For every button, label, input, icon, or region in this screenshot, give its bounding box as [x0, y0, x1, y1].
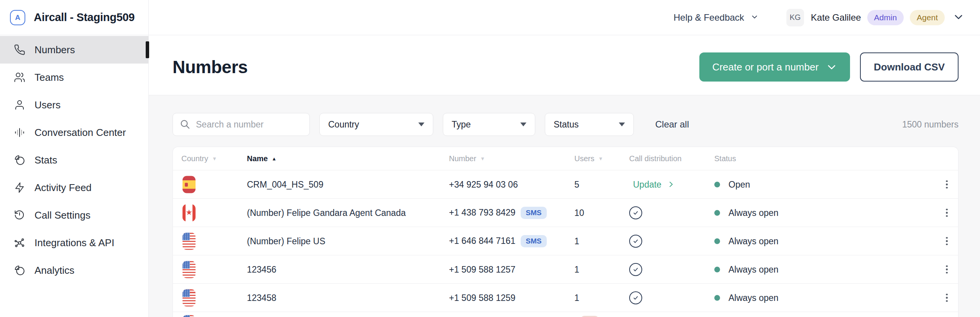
- sort-icon: ▼: [598, 156, 603, 161]
- table-row-partial[interactable]: [173, 312, 958, 317]
- country-cell: [183, 289, 196, 306]
- check-circle-icon: [629, 291, 642, 304]
- type-filter-dropdown[interactable]: Type: [443, 113, 535, 136]
- caret-down-icon: [619, 123, 625, 126]
- equalizer-icon: [14, 127, 25, 138]
- column-header-number[interactable]: Number▼: [449, 154, 485, 163]
- sidebar-item-users[interactable]: Users: [0, 91, 148, 119]
- column-header-status[interactable]: Status: [714, 154, 736, 163]
- sort-icon: ▼: [212, 156, 217, 161]
- users-count: 5: [574, 179, 579, 190]
- update-distribution-link[interactable]: Update: [633, 179, 661, 190]
- pie-chart-icon: [14, 154, 25, 166]
- table-row[interactable]: 123458+1 509 588 12591Always open: [173, 283, 958, 312]
- row-actions-kebab-icon[interactable]: [941, 177, 952, 192]
- sms-badge: SMS: [521, 235, 546, 247]
- table-row[interactable]: CRM_004_HS_509+34 925 94 03 065UpdateOpe…: [173, 170, 958, 198]
- search-input[interactable]: [173, 113, 310, 136]
- sort-asc-icon: ▲: [271, 156, 276, 161]
- sidebar-item-label: Conversation Center: [35, 127, 126, 139]
- status-label: Open: [728, 179, 750, 190]
- column-header-country[interactable]: Country▼: [181, 154, 217, 163]
- filter-bar: Country Type Status Clear all 1500 numbe…: [173, 113, 959, 136]
- sidebar-item-call-settings[interactable]: Call Settings: [0, 201, 148, 229]
- status-cell: Always open: [714, 292, 778, 303]
- sidebar-item-stats[interactable]: Stats: [0, 146, 148, 174]
- kebab-dot: [946, 209, 948, 211]
- account-menu[interactable]: KG Kate Galilee Admin Agent: [786, 9, 964, 26]
- column-header-label: Name: [247, 154, 268, 163]
- download-csv-button[interactable]: Download CSV: [860, 52, 959, 82]
- table-row[interactable]: 123456+1 509 588 12571Always open: [173, 255, 958, 283]
- row-actions-kebab-icon[interactable]: [941, 291, 952, 305]
- search-field: [173, 113, 310, 136]
- row-actions-kebab-icon[interactable]: [941, 262, 952, 277]
- row-actions-kebab-icon[interactable]: [941, 206, 952, 220]
- kebab-dot: [946, 300, 948, 302]
- chevron-right-icon: [661, 178, 675, 191]
- flag-us-icon: [183, 289, 196, 306]
- country-filter-dropdown[interactable]: Country: [319, 113, 433, 136]
- phone-number-cell: +1 646 844 7161SMS: [449, 235, 547, 247]
- kebab-dot: [946, 187, 948, 189]
- number-name: (Number) Felipe US: [247, 236, 326, 246]
- main-area: Help & Feedback KG Kate Galilee Admin Ag…: [149, 0, 980, 317]
- sidebar-nav: NumbersTeamsUsersConversation CenterStat…: [0, 35, 148, 284]
- kebab-dot: [946, 240, 948, 242]
- sidebar-item-activity-feed[interactable]: Activity Feed: [0, 174, 148, 201]
- column-header-users[interactable]: Users▼: [574, 154, 603, 163]
- sidebar-item-analytics[interactable]: Analytics: [0, 257, 148, 284]
- phone-number-cell: +1 438 793 8429SMS: [449, 207, 547, 219]
- sidebar-item-teams[interactable]: Teams: [0, 64, 148, 91]
- page-title: Numbers: [173, 57, 699, 77]
- kebab-dot: [946, 243, 948, 245]
- column-header-label: Number: [449, 154, 476, 163]
- table-row[interactable]: (Number) Felipe US+1 646 844 7161SMS1Alw…: [173, 227, 958, 255]
- sidebar-item-conversation-center[interactable]: Conversation Center: [0, 119, 148, 146]
- pie-chart-icon: [14, 265, 25, 276]
- page-header: Numbers Create or port a number Download…: [149, 35, 980, 95]
- status-filter-dropdown[interactable]: Status: [545, 113, 634, 136]
- sidebar-item-numbers[interactable]: Numbers: [0, 36, 148, 64]
- create-or-port-number-button[interactable]: Create or port a number: [699, 52, 850, 82]
- number-name: (Number) Felipe Gandara Agent Canada: [247, 208, 406, 218]
- topbar: Help & Feedback KG Kate Galilee Admin Ag…: [149, 0, 980, 35]
- number-name: CRM_004_HS_509: [247, 179, 323, 190]
- table-row[interactable]: (Number) Felipe Gandara Agent Canada+1 4…: [173, 198, 958, 227]
- sidebar-item-label: Activity Feed: [35, 182, 92, 194]
- check-circle-icon: [629, 263, 642, 276]
- sidebar-item-label: Integrations & API: [35, 237, 114, 249]
- users-count: 1: [574, 292, 579, 303]
- sidebar-item-label: Numbers: [35, 44, 75, 56]
- chevron-down-icon[interactable]: [953, 11, 964, 24]
- clear-all-filters-link[interactable]: Clear all: [655, 119, 689, 130]
- teams-icon: [14, 72, 25, 83]
- status-label: Always open: [728, 208, 778, 218]
- column-header-label: Status: [714, 154, 736, 163]
- history-clock-icon: [14, 209, 25, 221]
- status-dot: [714, 238, 720, 244]
- sidebar-item-label: Call Settings: [35, 209, 90, 221]
- lightning-icon: [14, 182, 25, 193]
- user-icon: [14, 99, 25, 111]
- flag-es-icon: [183, 176, 196, 193]
- type-filter-label: Type: [452, 119, 471, 130]
- sidebar-item-integrations-api[interactable]: Integrations & API: [0, 229, 148, 257]
- column-header-name[interactable]: Name▲: [247, 154, 276, 163]
- kebab-dot: [946, 297, 948, 299]
- chevron-down-icon: [826, 62, 837, 72]
- app-root: A Aircall - Staging509 NumbersTeamsUsers…: [0, 0, 980, 317]
- workspace-header: A Aircall - Staging509: [0, 0, 148, 35]
- row-actions-kebab-icon[interactable]: [941, 234, 952, 248]
- numbers-table: Country▼Name▲Number▼Users▼Call distribut…: [173, 147, 959, 317]
- flag-us-icon: [183, 261, 196, 278]
- kebab-dot: [946, 183, 948, 185]
- country-cell: [183, 204, 196, 221]
- flag-us-icon: [183, 315, 196, 317]
- help-feedback-menu[interactable]: Help & Feedback: [674, 12, 759, 23]
- phone-number: +1 509 588 1259: [449, 292, 515, 303]
- phone-number: +1 509 588 1257: [449, 264, 515, 275]
- phone-number-cell: +1 509 588 1259: [449, 292, 515, 303]
- call-distribution-cell: [629, 206, 642, 219]
- column-header-call-distribution[interactable]: Call distribution: [629, 154, 682, 163]
